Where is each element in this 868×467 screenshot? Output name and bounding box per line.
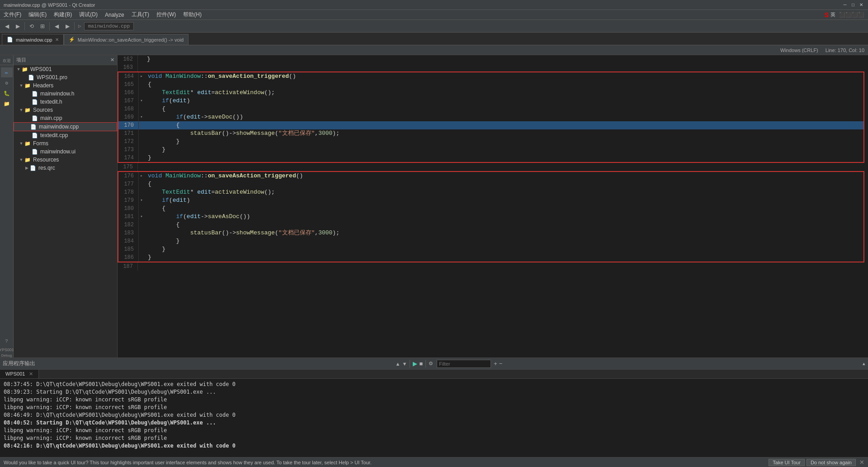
tree-arrow-res-qrc: ▶: [24, 166, 30, 170]
file-icon-res-qrc: 📄: [30, 165, 37, 171]
panel-stop-btn[interactable]: ■: [419, 360, 423, 367]
tree-item-wps001[interactable]: ▼ 📁 WPS001: [14, 65, 117, 73]
tree-item-resources[interactable]: ▼ 📁 Resources: [14, 156, 117, 164]
highlighted-block-2: 176 ▸ void MainWindow::on_saveAsAction_t…: [118, 171, 864, 262]
tree-item-mainwindow-h[interactable]: 📄 mainwindow.h: [14, 90, 117, 98]
line-num-165: 165: [118, 81, 139, 89]
code-line-172: 172 }: [118, 138, 863, 146]
panel-scroll-down[interactable]: ▼: [402, 361, 407, 367]
output-line-11: 08:42:16: D:\QT\qtCode\WPS001\Debug\debu…: [4, 442, 864, 450]
tree-item-res-qrc[interactable]: ▶ 📄 res.qrc: [14, 164, 117, 172]
menu-build[interactable]: 构建(B): [50, 10, 75, 19]
left-nav-design[interactable]: ⚙: [1, 78, 13, 88]
tab-label-2: MainWindow::on_saveAction_triggered() ->…: [78, 37, 184, 43]
tree-item-mainwindow-cpp[interactable]: 📄 mainwindow.cpp: [14, 122, 117, 131]
left-nav-debug[interactable]: 🐛: [1, 88, 13, 98]
menu-tools[interactable]: 工具(T): [128, 10, 153, 19]
left-nav-wps-label: 欢迎: [0, 57, 13, 65]
toolbar-btn-1[interactable]: ◀: [2, 21, 12, 31]
panel-settings-btn[interactable]: ⚙: [429, 361, 433, 367]
bottom-tab-wps001[interactable]: WPS001 ✕: [0, 370, 39, 378]
left-nav-edit[interactable]: ✏: [1, 67, 13, 77]
toolbar-btn-4[interactable]: ⊞: [38, 21, 47, 31]
menu-help[interactable]: 帮助(H): [179, 10, 205, 19]
code-line-182: 182 {: [118, 221, 863, 229]
tree-label-textedit-cpp: textedit.cpp: [40, 132, 68, 138]
tree-label-main-cpp: main.cpp: [40, 115, 62, 121]
tree-item-headers[interactable]: ▼ 📁 Headers: [14, 81, 117, 90]
panel-run-btn[interactable]: ▶: [413, 360, 417, 367]
menu-analyze[interactable]: Analyze: [101, 11, 128, 19]
code-line-167: 167 ▾ if(edit): [118, 97, 863, 105]
filter-input[interactable]: [437, 360, 491, 368]
tree-item-main-cpp[interactable]: 📄 main.cpp: [14, 114, 117, 122]
menu-edit[interactable]: 编辑(E): [25, 10, 50, 19]
filter-remove-btn[interactable]: −: [499, 360, 503, 367]
code-line-166: 166 TextEdit* edit=activateWindow();: [118, 89, 863, 97]
panel-scroll-up[interactable]: ▲: [396, 361, 401, 367]
tour-close-icon[interactable]: ✕: [859, 459, 864, 466]
code-line-181: 181 ▾ if(edit->saveAsDoc()): [118, 213, 863, 221]
tree-item-sources[interactable]: ▼ 📁 Sources: [14, 106, 117, 114]
toolbar-btn-5[interactable]: ◀: [52, 21, 61, 31]
file-icon-mainwindow-cpp: 📄: [30, 124, 38, 130]
code-content-162: }: [143, 55, 151, 63]
left-nav-help[interactable]: ?: [1, 336, 13, 346]
fold-185: [139, 245, 144, 253]
panel-close[interactable]: ✕: [110, 57, 114, 63]
bottom-panel-label: 应用程序输出: [3, 360, 35, 367]
code-content-174: }: [144, 154, 151, 162]
file-icon-wps001-pro: 📄: [28, 75, 35, 81]
folder-icon-wps001: 📁: [22, 67, 29, 72]
tree-item-forms[interactable]: ▼ 📁 Forms: [14, 139, 117, 148]
file-icon-textedit-h: 📄: [32, 99, 39, 105]
bottom-tab-close-wps001[interactable]: ✕: [29, 371, 33, 376]
tree-item-textedit-cpp[interactable]: 📄 textedit.cpp: [14, 131, 117, 139]
toolbar-btn-2[interactable]: ▶: [13, 21, 23, 31]
line-num-172: 172: [118, 138, 139, 146]
line-num-186: 186: [118, 253, 139, 262]
code-line-175: 175: [118, 163, 868, 171]
code-content-169: if(edit->saveDoc()): [144, 113, 243, 121]
code-line-178: 178 TextEdit* edit=activateWindow();: [118, 188, 863, 196]
menu-file[interactable]: 文件(F): [0, 10, 25, 19]
menu-debug[interactable]: 调试(D): [75, 10, 101, 19]
tab-close-1[interactable]: ✕: [55, 37, 59, 42]
close-button[interactable]: ✕: [858, 2, 864, 8]
take-ui-tour-button[interactable]: Take UI Tour: [769, 459, 805, 466]
panel-sep: [410, 360, 410, 368]
tree-item-wps001-pro[interactable]: 📄 WPS001.pro: [14, 73, 117, 81]
do-not-show-again-button[interactable]: Do not show again: [807, 459, 856, 466]
minimize-button[interactable]: ─: [842, 2, 848, 8]
toolbar-btn-3[interactable]: ⟲: [27, 21, 37, 31]
file-icon-textedit-cpp: 📄: [32, 133, 39, 138]
line-num-179: 179: [118, 196, 139, 205]
toolbar-btn-6[interactable]: ▶: [62, 21, 72, 31]
tree-item-textedit-h[interactable]: 📄 textedit.h: [14, 98, 117, 106]
fold-180: [139, 205, 144, 213]
code-content-172: }: [144, 138, 179, 146]
output-line-1: 08:37:45: D:\QT\qtCode\WPS001\Debug\debu…: [4, 381, 864, 388]
toolbar-sep-1: [24, 22, 25, 30]
tab-mainwindow-cpp[interactable]: 📄 mainwindow.cpp ✕: [2, 34, 64, 45]
tab-function-breadcrumb[interactable]: ⚡ MainWindow::on_saveAction_triggered() …: [64, 34, 189, 45]
filter-add-btn[interactable]: +: [494, 360, 497, 367]
code-line-184: 184 }: [118, 237, 863, 245]
menu-controls[interactable]: 控件(W): [153, 10, 179, 19]
fold-166: [139, 89, 144, 97]
line-num-178: 178: [118, 188, 139, 196]
line-num-171: 171: [118, 129, 139, 138]
left-nav-project[interactable]: 📁: [1, 99, 13, 109]
tree-item-mainwindow-ui[interactable]: 📄 mainwindow.ui: [14, 148, 117, 156]
line-num-187: 187: [118, 262, 138, 271]
window-controls[interactable]: ─ □ ✕: [842, 2, 864, 8]
line-num-166: 166: [118, 89, 139, 97]
tree-arrow-forms: ▼: [18, 141, 24, 146]
output-area[interactable]: 08:37:45: D:\QT\qtCode\WPS001\Debug\debu…: [0, 379, 868, 457]
code-editor[interactable]: 162 } 163 164 ▸ void MainWindow::on_save…: [118, 55, 868, 357]
panel-collapse-btn[interactable]: ▴: [863, 361, 865, 367]
fold-176: ▸: [139, 172, 144, 180]
fold-171: [139, 129, 144, 138]
maximize-button[interactable]: □: [850, 2, 856, 8]
code-line-169: 169 ▾ if(edit->saveDoc()): [118, 113, 863, 121]
